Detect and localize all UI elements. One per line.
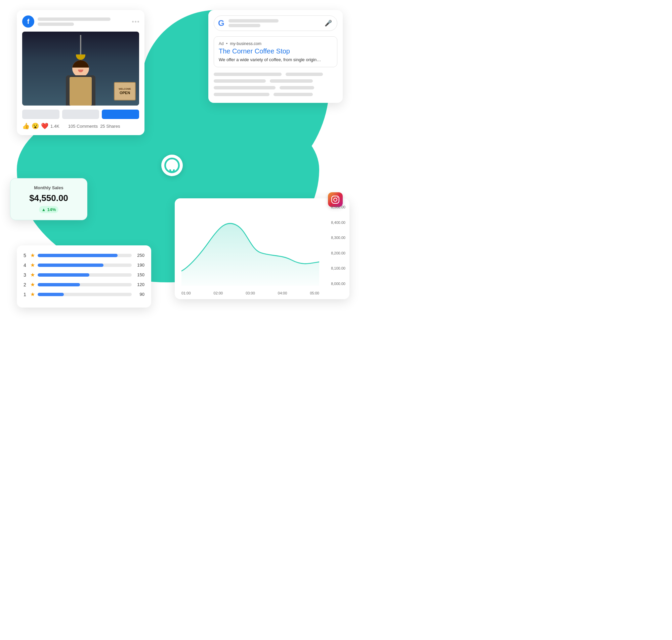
- rating-num-4: 4: [24, 263, 28, 268]
- logo-circle: [164, 158, 180, 173]
- chart-y-labels: 8,500.00 8,400.00 8,300.00 8,200.00 8,10…: [331, 205, 345, 286]
- chart-line-area: [181, 205, 319, 286]
- instagram-chart-card: 8,500.00 8,400.00 8,300.00 8,200.00 8,10…: [175, 198, 349, 299]
- x-label-2: 02:00: [214, 291, 223, 295]
- result-line-3a: [214, 86, 275, 89]
- rating-row-1: 1 ★ 90: [24, 291, 145, 297]
- microphone-icon[interactable]: 🎤: [324, 18, 333, 28]
- fb-post-image: WELCOME OPEN: [22, 32, 139, 105]
- svg-point-1: [334, 198, 337, 201]
- fb-name-line: [38, 17, 110, 21]
- result-line-2b: [270, 79, 313, 83]
- x-label-4: 04:00: [278, 291, 287, 295]
- rating-fill-5: [38, 254, 118, 257]
- rating-bar-2: [38, 283, 132, 286]
- result-line-2a: [214, 79, 266, 83]
- svg-rect-0: [332, 196, 339, 203]
- sign-open-text: OPEN: [120, 91, 130, 95]
- rating-fill-1: [38, 293, 64, 296]
- monthly-sales-card: Monthly Sales $4,550.00 ▲ 14%: [10, 178, 87, 220]
- fb-reactions-row: 👍 😮 ❤️ 1.4K 105 Comments 25 Shares: [22, 122, 139, 130]
- rating-num-5: 5: [24, 253, 28, 258]
- change-percent: 14%: [47, 207, 56, 212]
- rating-count-4: 190: [134, 263, 145, 267]
- star-1: ★: [30, 291, 35, 297]
- rating-row-2: 2 ★ 120: [24, 281, 145, 288]
- thumbs-up-emoji: 👍: [22, 122, 30, 130]
- instagram-svg: [331, 195, 340, 204]
- chart-fill: [181, 223, 319, 286]
- fb-share-btn[interactable]: [102, 110, 139, 119]
- x-label-3: 03:00: [245, 291, 255, 295]
- y-label-2: 8,400.00: [331, 220, 345, 224]
- result-row-2: [214, 79, 337, 83]
- rating-fill-4: [38, 263, 104, 267]
- rating-count-3: 150: [134, 272, 145, 277]
- result-row-4: [214, 93, 337, 96]
- google-search-card: G 🎤 Ad • my-business.com The Corner Coff…: [208, 10, 343, 103]
- result-line-3b: [280, 86, 314, 89]
- rating-row-5: 5 ★ 250: [24, 252, 145, 259]
- rating-num-3: 3: [24, 272, 28, 278]
- ratings-card: 5 ★ 250 4 ★ 190 3 ★ 150 2 ★ 120 1 ★: [17, 245, 151, 308]
- chart-x-labels: 01:00 02:00 03:00 04:00 05:00: [181, 291, 319, 295]
- x-label-1: 01:00: [181, 291, 191, 295]
- ad-title[interactable]: The Corner Coffee Stop: [219, 47, 332, 55]
- wow-emoji: 😮: [32, 122, 39, 130]
- comments-text: 105 Comments 25 Shares: [68, 124, 120, 129]
- x-label-5: 05:00: [310, 291, 319, 295]
- star-3: ★: [30, 272, 35, 278]
- sales-amount: $4,550.00: [17, 193, 80, 203]
- rating-bar-5: [38, 254, 132, 257]
- result-line-4a: [214, 93, 269, 96]
- star-4: ★: [30, 262, 35, 268]
- facebook-icon: f: [22, 15, 34, 28]
- rating-bar-4: [38, 263, 132, 267]
- ad-url: my-business.com: [230, 41, 262, 46]
- fb-comment-btn[interactable]: [62, 110, 100, 119]
- rating-num-2: 2: [24, 282, 28, 287]
- result-row-3: [214, 86, 337, 89]
- result-line-1a: [214, 73, 282, 76]
- google-logo: G: [218, 18, 224, 28]
- rating-fill-2: [38, 283, 80, 286]
- smile: [78, 70, 83, 72]
- ad-description: We offer a wide variety of coffee, from …: [219, 57, 332, 62]
- y-label-4: 8,200.00: [331, 251, 345, 255]
- svg-point-2: [337, 197, 338, 198]
- search-bar-content: [228, 19, 319, 27]
- star-5: ★: [30, 252, 35, 259]
- y-label-1: 8,500.00: [331, 205, 345, 209]
- change-arrow: ▲: [42, 207, 46, 212]
- rating-count-1: 90: [134, 292, 145, 297]
- star-2: ★: [30, 281, 35, 288]
- apron: [70, 77, 92, 105]
- lamp-cord: [80, 35, 81, 55]
- fb-menu-dots[interactable]: [132, 21, 139, 23]
- dot2: [135, 21, 136, 23]
- sales-change-badge: ▲ 14%: [39, 206, 59, 213]
- rating-bar-3: [38, 273, 132, 277]
- person-face: [72, 60, 89, 77]
- y-label-6: 8,000.00: [331, 282, 345, 286]
- chart-svg: [181, 205, 319, 286]
- dot1: [132, 21, 134, 23]
- google-search-bar[interactable]: G 🎤: [214, 15, 337, 31]
- y-label-5: 8,100.00: [331, 266, 345, 270]
- rating-count-5: 250: [134, 253, 145, 258]
- dot3: [137, 21, 139, 23]
- rating-count-2: 120: [134, 282, 145, 287]
- rating-row-3: 3 ★ 150: [24, 272, 145, 278]
- rating-fill-3: [38, 273, 89, 277]
- search-line2: [228, 24, 260, 27]
- ad-badge: Ad: [219, 41, 224, 46]
- result-line-4b: [273, 93, 313, 96]
- rating-num-1: 1: [24, 292, 28, 297]
- heart-emoji: ❤️: [41, 122, 48, 130]
- y-label-3: 8,300.00: [331, 236, 345, 240]
- google-g: G: [218, 18, 224, 28]
- fb-like-btn[interactable]: [22, 110, 59, 119]
- facebook-card: f WELCOME OPEN: [17, 10, 145, 135]
- result-row-1: [214, 73, 337, 76]
- reaction-count: 1.4K: [50, 124, 59, 129]
